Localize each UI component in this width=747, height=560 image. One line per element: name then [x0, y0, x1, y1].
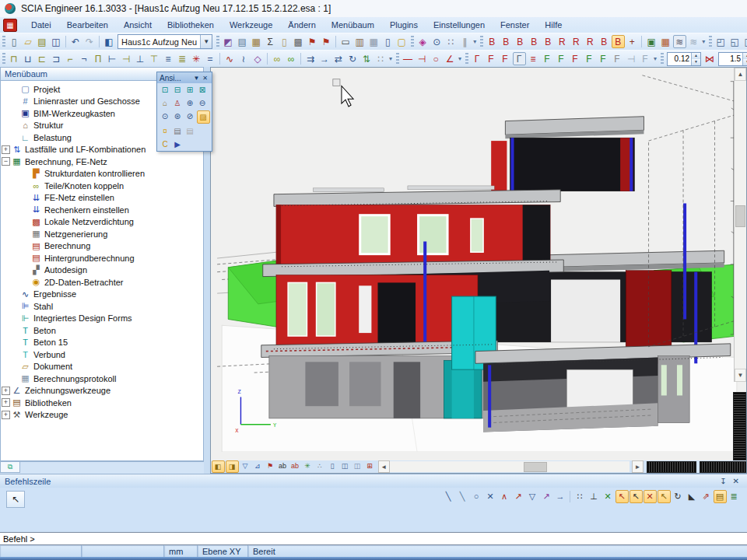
menu-item[interactable]: Bearbeiten — [59, 19, 116, 31]
print-icon[interactable]: ▭ — [339, 35, 352, 48]
render-wire-icon[interactable]: ◨ — [226, 460, 239, 473]
tree-expander-icon[interactable] — [21, 242, 30, 250]
perp-red-icon[interactable]: ⊣ — [416, 52, 429, 65]
display-params2-icon[interactable]: ≋ — [687, 35, 700, 48]
rectangle-icon[interactable]: ◇ — [251, 52, 265, 65]
toolbar-overflow-icon[interactable]: ▾ — [472, 38, 478, 45]
deformation-scale-spinner[interactable]: ▲▼ — [742, 53, 747, 65]
palette-dropdown-icon[interactable]: ▼ — [191, 75, 201, 82]
menu-tree-tab-icon[interactable]: ⧉ — [0, 462, 20, 473]
snap-line-icon[interactable]: ╲ — [442, 490, 455, 503]
snap-grid-icon[interactable]: ∷ — [573, 490, 587, 503]
render-solid-icon[interactable]: ◧ — [212, 460, 225, 473]
catalog-icon[interactable]: ▦ — [250, 35, 263, 48]
toolbar-overflow-icon[interactable]: ▾ — [388, 55, 394, 62]
command-line-header[interactable]: Befehlszeile ↧ ✕ — [0, 474, 747, 488]
layers-folder-icon[interactable]: ▨ — [197, 110, 210, 124]
command-input[interactable] — [0, 532, 747, 545]
layers-icon[interactable]: ▤ — [236, 35, 249, 48]
tree-expander-icon[interactable] — [21, 254, 30, 262]
new-wall-icon[interactable]: ⊐ — [50, 52, 63, 65]
align-icon[interactable]: = — [204, 52, 217, 65]
combobox-dropdown-icon[interactable]: ▼ — [200, 35, 212, 48]
select-beams-icon[interactable]: B — [486, 35, 499, 48]
toolbar-grip[interactable] — [2, 36, 5, 47]
vertical-scroll-track[interactable] — [735, 81, 746, 369]
display-scale-spinner[interactable]: ▲▼ — [691, 53, 700, 65]
select-columns-icon[interactable]: B — [500, 35, 513, 48]
zoom-wheel-vertical[interactable] — [733, 392, 746, 460]
tree-expander-icon[interactable] — [10, 338, 19, 347]
zoom-in-icon[interactable]: ⊕ — [184, 97, 196, 109]
circle-red-icon[interactable]: ○ — [430, 52, 443, 65]
scroll-up-icon[interactable]: ▲ — [735, 68, 746, 81]
tree-item-dokument[interactable]: ▱ Dokument — [1, 361, 203, 373]
snap-point4-icon[interactable]: ↖ — [658, 490, 671, 503]
new-opening-icon[interactable]: ¬ — [78, 52, 91, 65]
link-scales-icon[interactable]: ⋈ — [703, 52, 717, 65]
save-picture-icon[interactable]: ▣ — [645, 35, 658, 48]
tree-item-berechnung[interactable]: ▤ Berechnung — [1, 240, 203, 253]
labels-abc-icon[interactable]: ab — [277, 460, 289, 471]
tree-expander-icon[interactable] — [10, 374, 19, 383]
save-icon[interactable]: ◫ — [50, 35, 63, 48]
brackets-icon[interactable]: ∥ — [458, 35, 472, 48]
menu-item[interactable]: Bibliotheken — [160, 19, 222, 31]
pin-icon[interactable]: ↧ — [717, 477, 729, 485]
fixity-7-icon[interactable]: F — [569, 52, 582, 65]
tree-item-rechenkern[interactable]: ⇊ Rechenkern einstellen — [1, 204, 203, 216]
snap-point2-icon[interactable]: ↖ — [630, 490, 643, 503]
horizontal-scroll-track[interactable] — [390, 461, 630, 472]
tree-expander-icon[interactable] — [10, 314, 19, 323]
model-canvas[interactable]: Z Y X — [211, 68, 746, 452]
colors-icon[interactable]: C — [160, 138, 171, 150]
snap-circle-icon[interactable]: ○ — [470, 490, 483, 503]
zoom-all-icon[interactable]: ⊛ — [172, 110, 184, 122]
free-nodes-icon[interactable]: ∞ — [285, 52, 298, 65]
stretch-icon[interactable]: ⇅ — [360, 52, 374, 65]
point-grid-icon[interactable]: ∷ — [444, 35, 458, 48]
save-all-icon[interactable]: ▤ — [36, 35, 49, 48]
vertical-scrollbar[interactable]: ▲ ▼ — [734, 68, 746, 382]
fixity-active-icon[interactable]: Γ — [513, 52, 526, 65]
spray-icon[interactable]: ✳ — [302, 460, 314, 471]
deformation-scale-field[interactable]: ▲▼ — [718, 52, 747, 66]
toolbar-grip[interactable] — [465, 53, 468, 65]
move-icon[interactable]: → — [318, 52, 331, 65]
light-icon[interactable]: ¤ — [160, 125, 171, 137]
toolbar-grip[interactable] — [216, 36, 219, 47]
tree-item-fe-netz-einstellen[interactable]: ⇊ FE-Netz einstellen — [1, 192, 203, 205]
new-column-icon[interactable]: ⊔ — [22, 52, 35, 65]
add-selection-icon[interactable]: B — [598, 35, 611, 48]
menu-item[interactable]: Fenster — [493, 19, 537, 31]
view-axo-icon[interactable]: ⊠ — [197, 84, 209, 96]
toolbar-grip[interactable] — [396, 53, 399, 65]
tree-expander-icon[interactable] — [10, 133, 19, 142]
select-walls-icon[interactable]: B — [528, 35, 541, 48]
rotate-icon[interactable]: ↻ — [346, 52, 359, 65]
snap-point1-icon[interactable]: ↖ — [615, 490, 629, 503]
print-preview-icon[interactable]: ▥ — [353, 35, 366, 48]
tree-expander-icon[interactable] — [10, 109, 19, 117]
view-top-icon[interactable]: ⊡ — [160, 84, 171, 96]
view-palette[interactable]: Ansi... ▼ ✕ ⊡⊟⊞⊠ ⌂♙⊕⊖ ⊙⊛⊘▨ ¤▤▤ C▶ — [156, 72, 212, 152]
toolbar-overflow-icon[interactable]: ▾ — [652, 55, 658, 62]
tree-expander-icon[interactable] — [10, 302, 19, 310]
zoom-wheel-horizontal[interactable] — [700, 461, 746, 473]
mirror-icon[interactable]: ⇄ — [332, 52, 345, 65]
tree-expander-icon[interactable]: − — [2, 157, 10, 166]
tree-item-strukturdaten[interactable]: ▛ Strukturdaten kontrollieren — [1, 168, 203, 180]
fixity-6-icon[interactable]: F — [555, 52, 568, 65]
snap-line-point-icon[interactable]: ╲ — [456, 490, 469, 503]
scroll-right-icon[interactable]: ► — [632, 460, 644, 473]
link-nodes-icon[interactable]: ∞ — [271, 52, 284, 65]
explode-icon[interactable]: ✳ — [190, 52, 203, 65]
tree-expander-icon[interactable] — [10, 290, 19, 299]
window1-icon[interactable]: ◫ — [339, 460, 351, 471]
toolbar-grip[interactable] — [2, 53, 5, 65]
snap-ortho-icon[interactable]: ⊥ — [587, 490, 601, 503]
tree-expander-icon[interactable] — [21, 266, 30, 275]
viewport[interactable]: Z Y X Ansi... ▼ ✕ ⊡⊟⊞⊠ ⌂♙ — [210, 67, 747, 474]
curve-icon[interactable]: ≀ — [237, 52, 251, 65]
display-params-icon[interactable]: ≋ — [673, 35, 686, 48]
